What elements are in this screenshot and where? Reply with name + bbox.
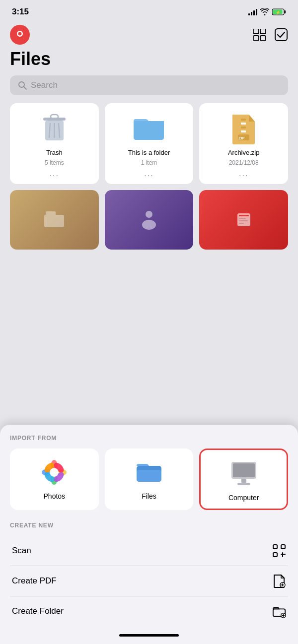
svg-rect-8 [260, 29, 266, 34]
svg-point-6 [18, 32, 22, 36]
scan-icon [272, 544, 286, 558]
svg-point-12 [19, 82, 24, 87]
create-row-scan[interactable]: Scan [10, 536, 288, 566]
trash-icon [37, 111, 72, 146]
svg-line-13 [24, 87, 26, 89]
import-item-computer[interactable]: Computer [199, 449, 288, 510]
svg-rect-34 [239, 215, 249, 216]
logo-icon [13, 28, 26, 41]
photos-icon [39, 457, 69, 487]
select-icon[interactable] [274, 28, 288, 42]
folder-icon [132, 111, 166, 146]
thumb-placeholder-2 [105, 190, 194, 250]
thumb-placeholder-3 [199, 190, 288, 250]
files-grid: Trash 5 items ... This is a folder 1 ite… [0, 103, 298, 184]
home-indicator [10, 626, 288, 644]
scan-label: Scan [12, 546, 31, 556]
svg-rect-35 [239, 218, 246, 219]
header [0, 21, 298, 47]
import-item-computer-label: Computer [228, 494, 259, 502]
thumbnail-card-2[interactable] [105, 190, 194, 250]
svg-rect-7 [253, 29, 259, 34]
svg-text:⚡: ⚡ [276, 10, 281, 15]
header-actions [253, 28, 288, 42]
svg-rect-54 [281, 545, 285, 549]
file-more-trash[interactable]: ... [50, 169, 59, 178]
file-card-trash[interactable]: Trash 5 items ... [10, 103, 99, 184]
create-row-pdf[interactable]: Create PDF [10, 566, 288, 596]
battery-icon: ⚡ [272, 8, 286, 15]
svg-point-32 [142, 220, 156, 230]
page-title: Files [10, 49, 288, 69]
search-container: Search [0, 75, 298, 103]
search-placeholder: Search [31, 80, 58, 90]
svg-rect-15 [51, 115, 58, 119]
file-name-archive: Archive.zip [228, 149, 260, 156]
import-item-files-label: Files [142, 492, 156, 500]
svg-rect-1 [285, 10, 286, 13]
svg-rect-9 [253, 36, 259, 41]
svg-rect-55 [273, 553, 277, 557]
svg-rect-24 [241, 123, 246, 125]
svg-rect-50 [233, 463, 255, 477]
search-bar[interactable]: Search [10, 75, 288, 95]
import-item-photos[interactable]: Photos [10, 449, 99, 510]
svg-rect-36 [239, 220, 248, 221]
file-meta-trash: 5 items [45, 159, 64, 166]
files-folder-icon [134, 457, 164, 487]
file-more-folder[interactable]: ... [144, 169, 153, 178]
create-pdf-icon [272, 574, 286, 588]
wifi-icon [260, 8, 269, 15]
svg-point-46 [50, 468, 59, 477]
svg-text:ZIP: ZIP [238, 136, 245, 140]
file-card-folder[interactable]: This is a folder 1 item ... [105, 103, 194, 184]
home-bar [119, 634, 179, 637]
svg-rect-26 [241, 130, 246, 132]
status-bar: 3:15 ⚡ [0, 0, 298, 21]
svg-rect-52 [237, 483, 250, 485]
svg-point-31 [146, 211, 152, 218]
thumb-placeholder-1 [10, 190, 99, 250]
create-section-label: CREATE NEW [10, 522, 288, 529]
create-folder-icon [272, 604, 286, 618]
file-meta-folder: 1 item [141, 159, 157, 166]
status-time: 3:15 [12, 7, 29, 17]
search-icon [18, 81, 27, 90]
import-item-files[interactable]: Files [105, 449, 194, 510]
svg-rect-48 [137, 470, 161, 482]
status-icons: ⚡ [248, 8, 286, 15]
svg-rect-11 [275, 29, 287, 41]
file-more-archive[interactable]: ... [239, 169, 248, 178]
thumbnail-grid [0, 190, 298, 254]
import-section: IMPORT FROM [10, 435, 288, 510]
svg-rect-22 [134, 121, 164, 126]
svg-rect-30 [46, 211, 56, 217]
folder-label: Create Folder [12, 606, 64, 616]
svg-rect-21 [134, 125, 164, 140]
file-meta-archive: 2021/12/08 [229, 159, 259, 166]
computer-icon [229, 459, 259, 489]
import-item-photos-label: Photos [44, 492, 66, 500]
create-row-folder[interactable]: Create Folder [10, 596, 288, 626]
list-view-icon[interactable] [253, 29, 267, 41]
thumbnail-card-1[interactable] [10, 190, 99, 250]
app-logo[interactable] [10, 25, 30, 45]
svg-rect-53 [273, 545, 277, 549]
import-section-label: IMPORT FROM [10, 435, 288, 442]
thumbnail-card-3[interactable] [199, 190, 288, 250]
svg-rect-10 [260, 36, 266, 41]
file-name-trash: Trash [46, 149, 63, 156]
svg-rect-25 [241, 127, 246, 129]
file-card-archive[interactable]: ZIP Archive.zip 2021/12/08 ... [199, 103, 288, 184]
zip-icon: ZIP [226, 111, 261, 146]
svg-rect-37 [239, 223, 244, 224]
pdf-label: Create PDF [12, 576, 57, 586]
bottom-sheet: IMPORT FROM [0, 425, 298, 644]
signal-icon [248, 8, 257, 15]
import-grid: Photos Files [10, 449, 288, 510]
svg-rect-51 [241, 479, 246, 483]
svg-rect-23 [241, 119, 246, 121]
file-name-folder: This is a folder [128, 149, 170, 156]
page-title-area: Files [0, 47, 298, 75]
create-section: CREATE NEW Scan Create PDF [10, 522, 288, 626]
